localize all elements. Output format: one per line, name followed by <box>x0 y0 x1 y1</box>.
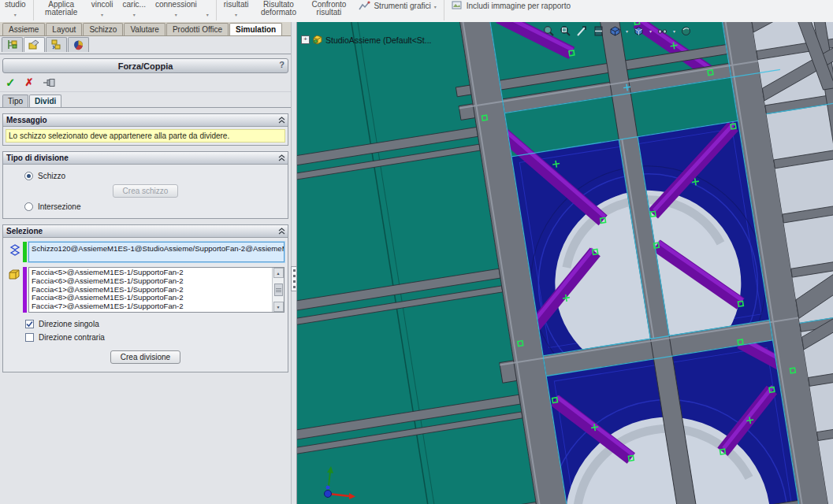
checkbox-direzione-contraria[interactable] <box>25 333 34 342</box>
propertymanager-panel: Forza/Coppia ? ✓ ✗ Tipo Dividi Messaggio <box>0 36 291 504</box>
toolbar-button-studio[interactable]: studio ▾ <box>0 0 31 22</box>
radio-label-schizzo: Schizzo <box>38 172 65 180</box>
dropdown-caret-icon[interactable]: ▾ <box>434 3 437 11</box>
toolbar-separator <box>33 0 34 20</box>
dropdown-caret-icon[interactable]: ▾ <box>101 11 103 19</box>
cancel-button[interactable]: ✗ <box>25 77 34 87</box>
dropdown-caret-icon[interactable]: ▾ <box>14 11 17 19</box>
face-icon <box>9 269 20 280</box>
display-style-icon[interactable] <box>633 25 645 37</box>
tree-expand-icon[interactable]: + <box>301 35 310 44</box>
toolbar-button-risultato-deformato[interactable]: Risultato deformato <box>253 0 303 22</box>
pushpin-button[interactable] <box>43 78 57 87</box>
scrollbar-thumb[interactable] <box>274 284 283 296</box>
propertymanager-title: Forza/Coppia <box>118 61 173 71</box>
section-header-selezione[interactable]: Selezione <box>3 225 288 238</box>
toolbar-button-includi-immagine[interactable]: Includi immagine per rapporto <box>447 0 575 11</box>
panel-divider[interactable] <box>291 22 297 504</box>
section-title: Selezione <box>6 227 43 235</box>
ok-button[interactable]: ✓ <box>6 76 16 88</box>
toolbar-button-connessioni[interactable]: connessioni ▾ <box>151 0 202 22</box>
dropdown-caret-icon[interactable]: ▾ <box>673 28 675 34</box>
tab-layout[interactable]: Layout <box>46 23 82 35</box>
toolbar-button-applica-materiale[interactable]: Applica materiale <box>36 0 87 22</box>
featuremanager-tab[interactable] <box>2 37 23 52</box>
section-view-icon[interactable] <box>593 25 604 37</box>
radio-schizzo[interactable] <box>24 172 33 180</box>
property-tab-bar: Tipo Dividi <box>0 92 291 108</box>
scroll-up-icon[interactable]: ▲ <box>273 268 284 278</box>
report-image-icon <box>452 1 463 11</box>
propertymanager-tab[interactable] <box>24 37 45 52</box>
checkbox-direzione-singola[interactable] <box>25 320 34 328</box>
tab-assieme[interactable]: Assieme <box>2 23 45 35</box>
collapse-chevron-icon[interactable] <box>278 154 285 161</box>
tab-schizzo[interactable]: Schizzo <box>83 23 123 35</box>
color-display-icon <box>73 39 84 50</box>
toolbar-label: Applica materiale <box>41 1 82 17</box>
toolbar-button-carichi[interactable]: caric... ▾ <box>117 0 150 22</box>
face-list-item[interactable]: Faccia<6>@AssiemeM1ES-1/SupportoFan-2 <box>32 277 272 286</box>
collapse-chevron-icon[interactable] <box>278 117 285 124</box>
tab-prodotti-office[interactable]: Prodotti Office <box>166 23 229 35</box>
toolbar-label: studio <box>5 1 26 9</box>
zoom-fit-icon[interactable] <box>543 25 555 37</box>
dropdown-caret-icon[interactable]: ▾ <box>206 11 209 19</box>
checkbox-label-direzione-contraria: Direzione contraria <box>39 333 105 342</box>
tab-dividi[interactable]: Dividi <box>29 94 61 107</box>
sketch-selection-field[interactable]: Schizzo120@AssiemeM1ES-1@StudioAssieme/S… <box>28 242 284 262</box>
radio-label-intersezione: Intersezione <box>38 202 80 211</box>
plot-tools-icon <box>359 1 370 11</box>
toolbar-button-strumenti-grafici[interactable]: Strumenti grafici ▾ <box>354 0 441 11</box>
face-list-scrollbar[interactable]: ▲ ▼ <box>272 268 284 312</box>
dropdown-caret-icon[interactable]: ▾ <box>649 28 652 34</box>
crea-divisione-button[interactable]: Crea divisione <box>110 350 180 364</box>
toolbar-label: Confronto risultati <box>308 1 349 17</box>
face-selection-list[interactable]: Faccia<5>@AssiemeM1ES-1/SupportoFan-2 Fa… <box>28 267 284 313</box>
face-list-item[interactable]: Faccia<7>@AssiemeM1ES-1/SupportoFan-2 <box>32 302 272 311</box>
checkbox-label-direzione-singola: Direzione singola <box>39 320 99 328</box>
section-header-tipo-divisione[interactable]: Tipo di divisione <box>3 152 288 165</box>
sketch-icon <box>9 244 20 257</box>
toolbar-button-confronto-risultati[interactable]: Confronto risultati <box>303 0 354 22</box>
help-icon[interactable]: ? <box>279 60 284 69</box>
view-orientation-icon[interactable] <box>609 25 621 37</box>
propertymanager-actions: ✓ ✗ <box>0 73 291 92</box>
3d-model-scene[interactable] <box>297 22 833 504</box>
dropdown-caret-icon[interactable]: ▾ <box>175 11 177 19</box>
dropdown-caret-icon[interactable]: ▾ <box>133 11 136 19</box>
radio-intersezione[interactable] <box>24 202 33 211</box>
hide-show-items-icon[interactable] <box>656 25 668 37</box>
dimxpert-tab[interactable] <box>68 37 89 52</box>
heads-up-view-toolbar: ▾ ▾ ▾ <box>543 25 692 37</box>
tab-simulation[interactable]: Simulation <box>229 23 282 35</box>
assembly-icon <box>312 35 323 45</box>
propertymanager-header: Forza/Coppia ? <box>2 58 288 73</box>
toolbar-label: caric... <box>122 1 145 9</box>
zoom-area-icon[interactable] <box>560 25 571 37</box>
scroll-down-icon[interactable]: ▼ <box>273 302 284 312</box>
application-window: studio ▾ Applica materiale vincoli ▾ car… <box>0 0 833 504</box>
3d-viewport[interactable]: + StudioAssieme (Default<St... <box>297 22 833 504</box>
sketch-selection-colorbar <box>23 242 27 262</box>
panel-splitter-handle[interactable] <box>291 266 297 291</box>
tab-tipo[interactable]: Tipo <box>2 94 28 107</box>
feature-tree-root[interactable]: + StudioAssieme (Default<St... <box>301 35 432 45</box>
dropdown-caret-icon[interactable]: ▾ <box>626 28 628 34</box>
dropdown-caret-icon[interactable]: ▾ <box>235 11 237 19</box>
previous-view-icon[interactable] <box>576 25 588 37</box>
toolbar-button-risultati[interactable]: risultati ▾ <box>219 0 254 22</box>
toolbar-overflow-button[interactable]: ▾ <box>202 0 214 22</box>
tab-valutare[interactable]: Valutare <box>124 23 165 35</box>
toolbar-button-vincoli[interactable]: vincoli ▾ <box>87 0 118 22</box>
crea-schizzo-button[interactable]: Crea schizzo <box>113 184 179 198</box>
toolbar-label: Risultato deformato <box>258 1 299 17</box>
collapse-chevron-icon[interactable] <box>278 228 285 235</box>
toolbar-label: Includi immagine per rapporto <box>467 2 571 10</box>
toolbar-label: risultati <box>224 1 249 9</box>
section-title: Messaggio <box>6 116 47 124</box>
tree-item-label: StudioAssieme (Default<St... <box>325 35 432 45</box>
section-header-messaggio[interactable]: Messaggio <box>3 114 288 127</box>
edit-appearance-icon[interactable] <box>680 25 692 37</box>
configurationmanager-tab[interactable] <box>46 37 67 52</box>
